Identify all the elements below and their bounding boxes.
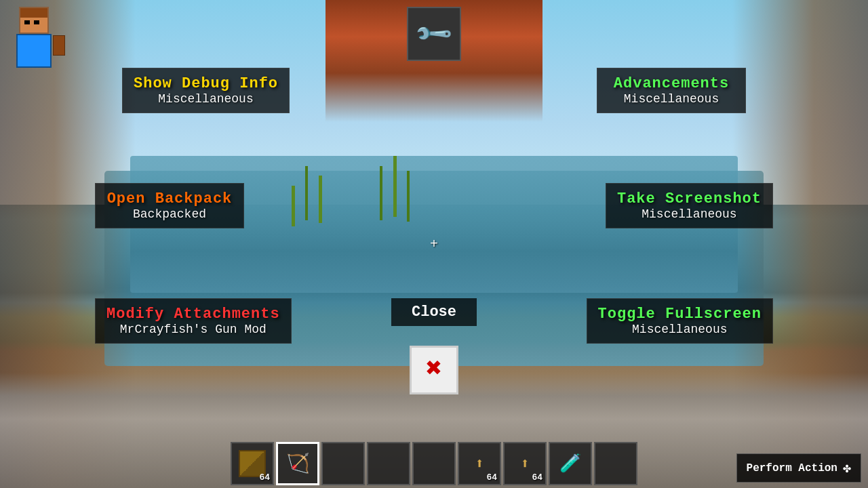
take-screenshot-button[interactable]: Take Screenshot Miscellaneous: [606, 183, 773, 228]
advancements-mod-label: Miscellaneous: [608, 92, 734, 106]
item-count-7: 64: [532, 472, 542, 483]
item-potion: 🧪: [559, 453, 581, 474]
avatar-backpack: [53, 35, 65, 56]
avatar-torso-container: [7, 34, 61, 68]
toggle-fullscreen-button[interactable]: Toggle Fullscreen Miscellaneous: [587, 298, 773, 344]
show-debug-mod-label: Miscellaneous: [134, 92, 278, 106]
perform-action-label: Perform Action: [747, 462, 837, 474]
hotbar-slot-7[interactable]: ⬆ 64: [503, 442, 547, 485]
advancements-action-label: Advancements: [608, 75, 734, 92]
advancements-button[interactable]: Advancements Miscellaneous: [597, 68, 746, 113]
hotbar-slot-1[interactable]: 64: [231, 442, 274, 485]
modify-attachments-mod-label: MrCrayfish's Gun Mod: [106, 323, 280, 336]
avatar-eyes: [24, 20, 43, 24]
close-label: Close: [412, 304, 456, 321]
toggle-fullscreen-action-label: Toggle Fullscreen: [598, 306, 762, 323]
hotbar-slot-9[interactable]: [594, 442, 637, 485]
avatar-hair: [20, 8, 47, 18]
show-debug-action-label: Show Debug Info: [134, 75, 278, 92]
avatar-body: [16, 34, 52, 68]
hotbar: 64 🏹 ⬆ 64 ⬆ 64 🧪: [231, 442, 637, 488]
wrench-icon: 🔧: [413, 13, 456, 56]
open-backpack-button[interactable]: Open Backpack Backpacked: [95, 183, 244, 228]
item-count-1: 64: [259, 472, 270, 483]
open-backpack-mod-label: Backpacked: [106, 207, 233, 221]
modify-attachments-action-label: Modify Attachments: [106, 306, 280, 323]
hotbar-slot-6[interactable]: ⬆ 64: [458, 442, 501, 485]
avatar-head: [19, 7, 49, 34]
perform-action-container[interactable]: Perform Action ✤: [736, 453, 861, 483]
hotbar-slot-8[interactable]: 🧪: [549, 442, 592, 485]
close-x-icon: ✖: [426, 357, 442, 384]
menu-overlay: Show Debug Info Miscellaneous Advancemen…: [0, 0, 868, 488]
item-bow: 🏹: [286, 452, 310, 475]
gamepad-icon: ✤: [843, 460, 851, 476]
take-screenshot-action-label: Take Screenshot: [617, 190, 762, 207]
hotbar-slot-3[interactable]: [321, 442, 365, 485]
player-avatar: [7, 7, 61, 75]
avatar-eye-right: [34, 20, 39, 24]
modify-attachments-button[interactable]: Modify Attachments MrCrayfish's Gun Mod: [95, 298, 292, 344]
toggle-fullscreen-mod-label: Miscellaneous: [598, 323, 762, 336]
close-x-button[interactable]: ✖: [410, 346, 458, 394]
take-screenshot-mod-label: Miscellaneous: [617, 207, 762, 221]
avatar-eye-left: [24, 20, 30, 24]
item-count-6: 64: [486, 472, 497, 483]
wrench-icon-container: 🔧: [407, 7, 461, 61]
hotbar-slot-2[interactable]: 🏹: [276, 442, 319, 485]
item-arrows-2: ⬆: [520, 455, 529, 473]
item-arrows-1: ⬆: [475, 455, 484, 473]
hotbar-slot-4[interactable]: [367, 442, 410, 485]
show-debug-button[interactable]: Show Debug Info Miscellaneous: [122, 68, 290, 113]
hotbar-slot-5[interactable]: [412, 442, 456, 485]
close-button[interactable]: Close: [391, 298, 477, 326]
open-backpack-action-label: Open Backpack: [106, 190, 233, 207]
